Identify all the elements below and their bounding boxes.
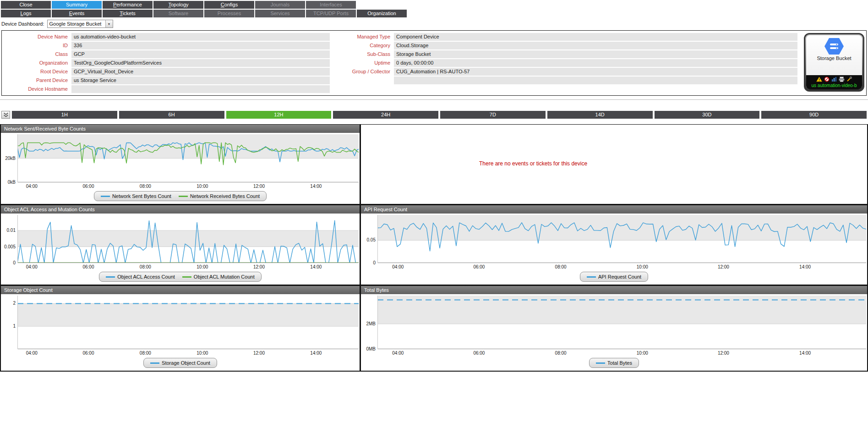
legend-label: Object ACL Access Count	[117, 274, 175, 280]
range-button-90d[interactable]: 90D	[761, 111, 867, 119]
range-button-12h[interactable]: 12H	[226, 111, 332, 119]
y-tick-label: 0.005	[4, 244, 16, 249]
y-tick-label: 0kB	[8, 180, 16, 185]
range-button-1h[interactable]: 1H	[12, 111, 117, 119]
tab-services: Services	[255, 10, 305, 17]
x-tick-label: 06:00	[82, 351, 94, 356]
chart-legend: API Request Count	[580, 272, 648, 282]
field-row: CategoryCloud.Storage	[330, 42, 797, 49]
plot-area	[377, 215, 866, 263]
tab-summary[interactable]: Summary	[52, 1, 102, 9]
chart-legend: Object ACL Access CountObject ACL Mutati…	[99, 272, 261, 282]
field-label: Class	[4, 50, 71, 58]
tools-icon[interactable]	[846, 77, 852, 82]
warning-icon[interactable]	[816, 77, 822, 82]
disable-icon[interactable]	[824, 77, 830, 82]
field-label: Group / Collector	[330, 68, 394, 76]
tab-topology[interactable]: Topology	[153, 1, 203, 9]
legend-swatch	[182, 276, 191, 278]
field-value: CUG_Automation | RS-AUTO-57	[394, 68, 797, 76]
x-tick-label: 14:00	[310, 184, 322, 189]
no-events-message: There are no events or tickets for this …	[479, 160, 587, 167]
field-label: Device Hostname	[4, 85, 71, 93]
legend-item-storage-object-count: Storage Object Count	[150, 360, 210, 366]
legend-label: Network Sent Bytes Count	[112, 193, 171, 199]
y-tick-label: 0.05	[367, 237, 376, 242]
legend-swatch	[150, 362, 159, 364]
tab-organization[interactable]: Organization	[357, 10, 407, 17]
legend-swatch	[587, 276, 596, 278]
y-axis: 0.010.0050	[1, 215, 17, 263]
field-row: ID336	[4, 42, 330, 49]
field-row: Device Nameus automation-video-bucket	[4, 33, 330, 41]
chart-acl: 0.010.005004:0006:0008:0010:0012:0014:00…	[1, 214, 360, 285]
device-info-panel: Device Nameus automation-video-bucketID3…	[1, 30, 867, 96]
field-value: Storage Bucket	[394, 50, 797, 58]
chevron-down-icon: ▼	[105, 20, 113, 27]
x-tick-label: 14:00	[799, 351, 811, 356]
chart-row-2: Object ACL Access and Mutation Counts 0.…	[1, 204, 867, 285]
range-button-6h[interactable]: 6H	[119, 111, 224, 119]
legend-row: Total Bytes	[361, 356, 867, 371]
x-tick-label: 12:00	[253, 184, 265, 189]
chart-legend: Total Bytes	[589, 358, 639, 368]
panel-title-api: API Request Count	[361, 205, 867, 214]
y-tick-label: 20kB	[5, 156, 16, 161]
dashboard-select[interactable]: Google Storage Bucket ▼	[47, 20, 113, 28]
y-tick-label: 0.01	[7, 228, 16, 233]
legend-row: Storage Object Count	[1, 356, 360, 371]
chart-storage: 2104:0006:0008:0010:0012:0014:00Storage …	[1, 294, 360, 371]
chart-row-1: Network Sent/Received Byte Counts 20kB0k…	[1, 125, 867, 204]
plot-area	[17, 134, 359, 182]
legend-label: Storage Object Count	[162, 360, 210, 366]
field-value	[394, 77, 797, 84]
chart-api: 0.05004:0006:0008:0010:0012:0014:00API R…	[361, 214, 867, 285]
x-axis: 04:0006:0008:0010:0012:0014:00	[17, 183, 359, 190]
range-button-14d[interactable]: 14D	[547, 111, 653, 119]
y-tick-label: 2MB	[366, 321, 376, 326]
plot-svg	[17, 215, 359, 263]
field-label: Device Name	[4, 33, 71, 41]
tab-events[interactable]: Events	[52, 10, 102, 17]
x-tick-label: 14:00	[310, 264, 322, 269]
x-tick-label: 10:00	[197, 351, 208, 356]
x-tick-label: 06:00	[82, 264, 94, 269]
device-icon-tile[interactable]: Storage Bucket	[804, 33, 864, 92]
range-button-30d[interactable]: 30D	[655, 111, 760, 119]
x-tick-label: 06:00	[473, 264, 485, 269]
tab-configs[interactable]: Configs	[204, 1, 254, 9]
legend-label: Object ACL Mutation Count	[194, 274, 255, 280]
network-chart-panel: Network Sent/Received Byte Counts 20kB0k…	[1, 125, 361, 204]
plot-wrap: 21	[1, 296, 360, 349]
range-button-24h[interactable]: 24H	[333, 111, 438, 119]
device-tile-body: Storage Bucket	[806, 35, 862, 89]
tab-tickets[interactable]: Tickets	[103, 10, 153, 17]
tab-close[interactable]: Close	[1, 1, 51, 9]
field-label	[330, 77, 394, 84]
charts-area: Network Sent/Received Byte Counts 20kB0k…	[0, 124, 868, 372]
y-tick-label: 0	[373, 260, 376, 265]
y-axis: 21	[1, 296, 17, 349]
field-value: us automation-video-bucket	[71, 33, 330, 41]
legend-item-total-bytes: Total Bytes	[596, 360, 632, 366]
events-tickets-panel: There are no events or tickets for this …	[361, 125, 867, 204]
section-divider	[0, 99, 868, 100]
legend-swatch	[179, 196, 188, 197]
x-tick-label: 10:00	[197, 264, 208, 269]
collapse-timeline-icon[interactable]	[1, 111, 10, 119]
tab-logs[interactable]: Logs	[1, 10, 51, 17]
x-tick-label: 04:00	[26, 264, 38, 269]
chart-network: 20kB0kB04:0006:0008:0010:0012:0014:00Net…	[1, 133, 360, 204]
device-tile-toolbar: us automation-video-b	[806, 75, 862, 89]
performance-graph-icon[interactable]	[831, 77, 837, 82]
tab-performance[interactable]: Performance	[103, 1, 153, 9]
field-value	[71, 85, 330, 93]
x-tick-label: 04:00	[392, 264, 404, 269]
legend-swatch	[596, 362, 605, 364]
plot-svg	[17, 134, 359, 182]
range-button-7d[interactable]: 7D	[440, 111, 546, 119]
printer-icon[interactable]	[839, 77, 845, 82]
y-tick-label: 0MB	[366, 346, 376, 351]
field-value: GCP	[71, 50, 330, 58]
y-tick-label: 2	[13, 301, 16, 306]
